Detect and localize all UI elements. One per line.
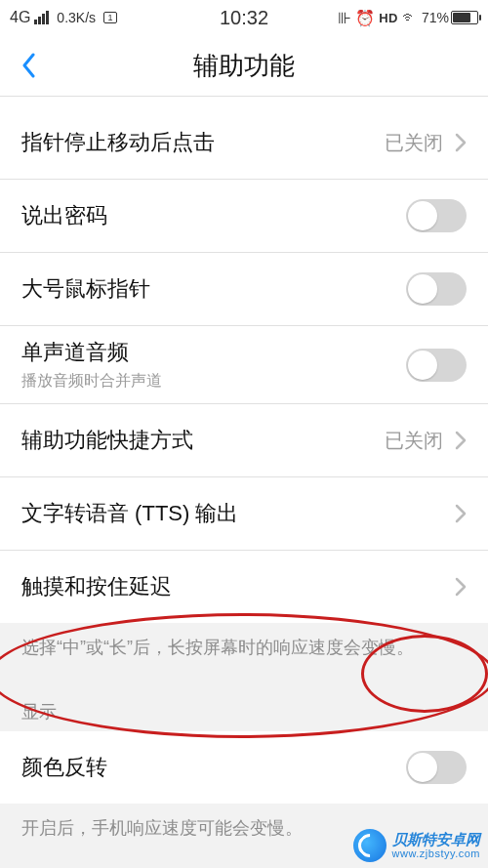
section-desc-touch-hold: 选择“中”或“长”后，长按屏幕时的响应速度会变慢。 [0, 623, 488, 679]
row-label: 大号鼠标指针 [21, 274, 150, 304]
row-mono-audio: 单声道音频 播放音频时合并声道 [0, 326, 488, 403]
watermark: 贝斯特安卓网 www.zjbstyy.com [353, 829, 480, 862]
chevron-right-icon [455, 577, 467, 597]
row-label: 辅助功能快捷方式 [21, 426, 193, 455]
battery-pct-label: 71% [422, 10, 449, 25]
section-header-display: 显示 [0, 679, 488, 731]
alarm-icon: ⏰ [355, 9, 375, 27]
row-value: 已关闭 [385, 428, 443, 454]
watermark-url: www.zjbstyy.com [392, 847, 480, 859]
row-label: 说出密码 [21, 201, 107, 230]
vibrate-icon: ⊪ [338, 9, 351, 27]
row-tts-output[interactable]: 文字转语音 (TTS) 输出 [0, 477, 488, 550]
signal-bars-icon [34, 11, 49, 24]
toggle-large-pointer[interactable] [406, 272, 467, 306]
row-value: 已关闭 [385, 130, 443, 156]
wifi-icon: ᯤ [402, 9, 418, 26]
nav-header: 辅助功能 [0, 35, 488, 96]
row-color-invert: 颜色反转 [0, 731, 488, 804]
status-bar: 4G 0.3K/s 1 10:32 ⊪ ⏰ HD ᯤ 71% [0, 0, 488, 35]
toggle-mono-audio[interactable] [406, 349, 467, 382]
hd-icon: HD [379, 11, 398, 25]
row-pointer-click[interactable]: 指针停止移动后点击 已关闭 [0, 106, 488, 179]
battery-icon [451, 11, 478, 24]
sim-slot-icon: 1 [103, 12, 117, 23]
chevron-right-icon [455, 431, 467, 450]
row-a11y-shortcut[interactable]: 辅助功能快捷方式 已关闭 [0, 404, 488, 476]
row-label: 指针停止移动后点击 [21, 128, 215, 157]
watermark-title: 贝斯特安卓网 [392, 832, 480, 848]
chevron-right-icon [455, 133, 467, 152]
row-label: 单声道音频 [21, 338, 162, 367]
chevron-right-icon [455, 504, 467, 523]
row-label: 颜色反转 [21, 753, 107, 782]
toggle-speak-password[interactable] [406, 199, 467, 232]
row-label: 触摸和按住延迟 [21, 572, 172, 601]
row-label: 文字转语音 (TTS) 输出 [21, 499, 238, 528]
page-title: 辅助功能 [193, 49, 295, 83]
net-speed-label: 0.3K/s [57, 10, 96, 25]
network-type-label: 4G [10, 9, 30, 26]
row-speak-password: 说出密码 [0, 180, 488, 252]
watermark-logo-icon [353, 829, 386, 862]
back-button[interactable] [14, 46, 43, 85]
row-large-pointer: 大号鼠标指针 [0, 253, 488, 325]
row-sublabel: 播放音频时合并声道 [21, 371, 162, 392]
row-touch-hold-delay[interactable]: 触摸和按住延迟 [0, 551, 488, 623]
chevron-left-icon [21, 53, 35, 78]
toggle-color-invert[interactable] [406, 751, 467, 784]
